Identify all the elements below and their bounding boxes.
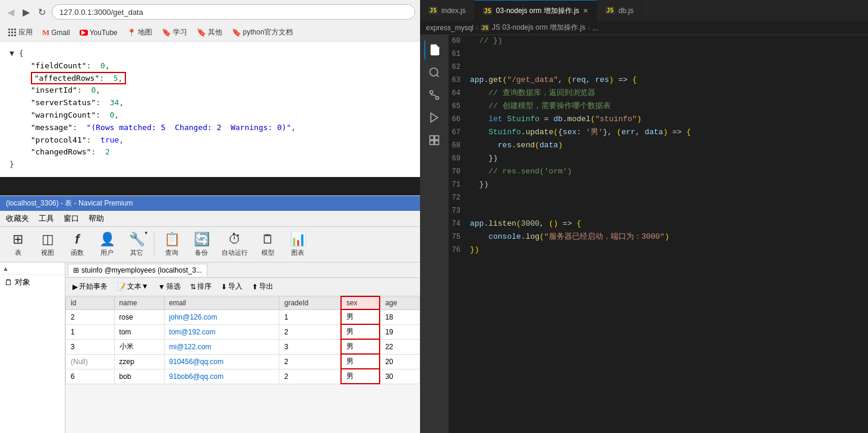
table-cell-gradeId-row2[interactable]: 3 xyxy=(279,339,341,354)
bookmark-other[interactable]: 🔖 其他 xyxy=(193,26,226,39)
table-cell-name-row3[interactable]: zzep xyxy=(114,354,164,369)
col-header-sex[interactable]: sex xyxy=(341,296,380,309)
activity-search-icon[interactable] xyxy=(424,62,444,83)
table-cell-gradeId-row3[interactable]: 2 xyxy=(279,354,341,369)
table-cell-sex-row3[interactable]: 男 xyxy=(341,354,380,369)
tool-user[interactable]: 👤 用户 xyxy=(93,229,121,260)
bookmark-python[interactable]: 🔖 python官方文档 xyxy=(228,26,296,39)
table-cell-email-row0[interactable]: john@126.com xyxy=(164,309,279,324)
vscode-tab-index[interactable]: JS index.js xyxy=(420,0,475,21)
bookmark-maps[interactable]: 📍 地图 xyxy=(124,26,156,39)
tool-table[interactable]: ⊞ 表 xyxy=(4,229,32,260)
address-bar[interactable] xyxy=(52,4,415,20)
col-header-email[interactable]: email xyxy=(164,296,279,309)
line-content-75[interactable]: console.log("服务器已经启动，端口为：3000") xyxy=(470,231,868,243)
line-content-60[interactable]: // }) xyxy=(470,35,868,47)
line-content-63[interactable]: app.get("/get_data", (req, res) => { xyxy=(470,74,868,86)
table-cell-gradeId-row0[interactable]: 1 xyxy=(279,309,341,324)
line-content-61[interactable] xyxy=(470,48,868,60)
line-content-74[interactable]: app.listen(3000, () => { xyxy=(470,218,868,230)
btn-export[interactable]: ⬆ 导出 xyxy=(248,280,277,293)
table-cell-name-row2[interactable]: 小米 xyxy=(114,339,164,354)
back-button[interactable]: ◀ xyxy=(5,5,17,19)
btn-text[interactable]: 📝 文本▼ xyxy=(113,280,152,293)
line-content-65[interactable]: // 创建模型，需要操作哪个数据表 xyxy=(470,100,868,112)
line-content-73[interactable] xyxy=(470,205,868,217)
col-header-gradeid[interactable]: gradeId xyxy=(279,296,341,309)
line-content-72[interactable] xyxy=(470,192,868,204)
forward-button[interactable]: ▶ xyxy=(20,5,32,19)
table-cell-age-row3[interactable]: 20 xyxy=(380,354,419,369)
activity-debug-icon[interactable] xyxy=(424,108,444,128)
table-cell-gradeId-row1[interactable]: 2 xyxy=(279,324,341,339)
menu-window[interactable]: 窗口 xyxy=(64,213,79,224)
col-header-name[interactable]: name xyxy=(114,296,164,309)
bookmark-apps[interactable]: 应用 xyxy=(5,26,36,39)
bookmark-learn[interactable]: 🔖 学习 xyxy=(158,26,191,39)
sidebar-scroll-up-icon[interactable]: ▲ xyxy=(2,265,9,272)
line-content-62[interactable] xyxy=(470,61,868,73)
breadcrumb-segment-1[interactable]: express_mysql xyxy=(426,24,474,32)
reload-button[interactable]: ↻ xyxy=(36,5,48,19)
menu-favorites[interactable]: 收藏夹 xyxy=(6,213,29,224)
table-cell-age-row4[interactable]: 30 xyxy=(380,369,419,384)
table-cell-name-row4[interactable]: bob xyxy=(114,369,164,384)
table-cell-id-row1[interactable]: 1 xyxy=(66,324,115,339)
table-cell-sex-row0[interactable]: 男 xyxy=(341,309,380,324)
sidebar-object[interactable]: 🗒 对象 xyxy=(0,275,65,289)
bookmark-youtube-label: YouTube xyxy=(90,29,118,37)
line-content-64[interactable]: // 查询数据库，返回到浏览器 xyxy=(470,87,868,99)
line-content-67[interactable]: Stuinfo.update({sex: '男'}, (err, data) =… xyxy=(470,127,868,138)
table-cell-id-row3[interactable]: (Null) xyxy=(66,354,115,369)
table-cell-age-row1[interactable]: 19 xyxy=(380,324,419,339)
vscode-tab-db[interactable]: JS db.js xyxy=(597,0,642,21)
menu-tools[interactable]: 工具 xyxy=(39,213,54,224)
menu-help[interactable]: 帮助 xyxy=(89,213,104,224)
table-cell-email-row1[interactable]: tom@192.com xyxy=(164,324,279,339)
table-cell-age-row0[interactable]: 18 xyxy=(380,309,419,324)
table-cell-gradeId-row4[interactable]: 2 xyxy=(279,369,341,384)
tool-model[interactable]: 🗒 模型 xyxy=(254,229,282,260)
table-cell-age-row2[interactable]: 22 xyxy=(380,339,419,354)
btn-import[interactable]: ⬇ 导入 xyxy=(217,280,246,293)
table-cell-email-row3[interactable]: 910456@qq.com xyxy=(164,354,279,369)
line-content-68[interactable]: res.send(data) xyxy=(470,140,868,151)
btn-sort[interactable]: ⇅ 排序 xyxy=(187,280,215,293)
tool-autojob[interactable]: ⏱ 自动运行 xyxy=(217,229,252,260)
tool-other[interactable]: 🔧 其它 ▼ xyxy=(122,229,151,260)
activity-git-icon[interactable] xyxy=(424,85,444,105)
tool-chart[interactable]: 📊 图表 xyxy=(283,229,312,260)
table-cell-name-row1[interactable]: tom xyxy=(114,324,164,339)
table-cell-sex-row1[interactable]: 男 xyxy=(341,324,380,339)
col-header-age[interactable]: age xyxy=(380,296,419,309)
vscode-tab-main[interactable]: JS 03-nodejs orm 增加操作.js ✕ xyxy=(475,0,597,21)
breadcrumb-segment-3[interactable]: ... xyxy=(592,24,598,32)
table-cell-id-row2[interactable]: 3 xyxy=(66,339,115,354)
tool-func[interactable]: f 函数 xyxy=(63,229,91,260)
table-cell-id-row0[interactable]: 2 xyxy=(66,309,115,324)
tab-close-button[interactable]: ✕ xyxy=(583,7,588,15)
activity-files-icon[interactable] xyxy=(424,40,444,60)
table-cell-name-row0[interactable]: rose xyxy=(114,309,164,324)
breadcrumb-segment-2[interactable]: JS 03-nodejs orm 增加操作.js xyxy=(492,23,585,33)
line-content-76[interactable]: }) xyxy=(470,244,868,256)
bookmark-gmail[interactable]: M Gmail xyxy=(39,27,74,39)
table-cell-id-row4[interactable]: 6 xyxy=(66,369,115,384)
table-cell-email-row4[interactable]: 91bob6@qq.com xyxy=(164,369,279,384)
table-cell-email-row2[interactable]: mi@122.com xyxy=(164,339,279,354)
tool-query[interactable]: 📋 查询 xyxy=(157,229,186,260)
table-tab-stuinfo[interactable]: ⊞ stuinfo @myemployees (localhost_3... xyxy=(68,264,207,276)
table-cell-sex-row2[interactable]: 男 xyxy=(341,339,380,354)
tool-backup[interactable]: 🔄 备份 xyxy=(187,229,216,260)
line-content-71[interactable]: }) xyxy=(470,179,868,191)
line-content-70[interactable]: // res.send('orm') xyxy=(470,166,868,178)
col-header-id[interactable]: id xyxy=(66,296,115,309)
btn-filter[interactable]: ▼ 筛选 xyxy=(154,280,184,293)
bookmark-youtube[interactable]: YouTube xyxy=(76,27,121,38)
table-cell-sex-row4[interactable]: 男 xyxy=(341,369,380,384)
tool-view[interactable]: ◫ 视图 xyxy=(33,229,62,260)
activity-extensions-icon[interactable] xyxy=(424,130,444,150)
line-content-69[interactable]: }) xyxy=(470,153,868,165)
btn-start-transaction[interactable]: ▶ 开始事务 xyxy=(69,280,111,293)
line-content-66[interactable]: let Stuinfo = db.model("stuinfo") xyxy=(470,113,868,125)
